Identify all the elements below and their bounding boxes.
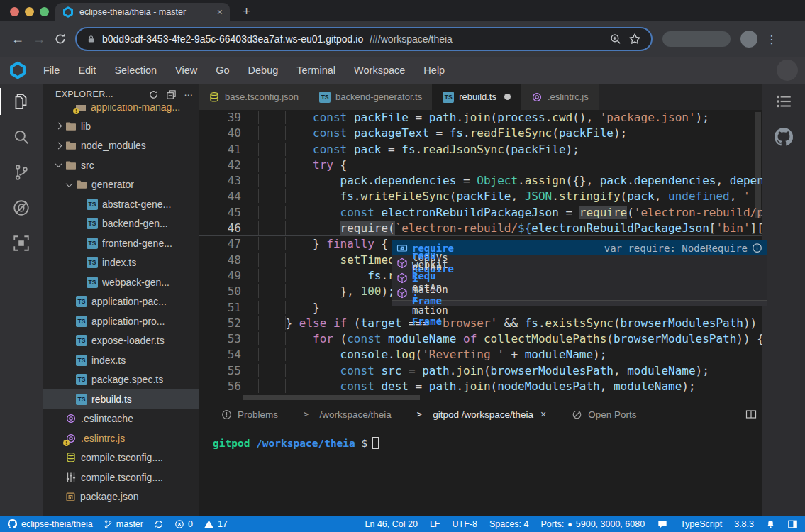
zoom-page-icon[interactable] [609, 33, 622, 45]
window-controls[interactable] [10, 7, 49, 16]
tree-item-index.ts[interactable]: TSindex.ts [43, 350, 199, 370]
panel-tab-open-ports[interactable]: Open Ports [562, 401, 646, 427]
status-utf-8[interactable]: UTF-8 [452, 519, 477, 529]
tree-item-application-pac...[interactable]: TSapplication-pac... [43, 292, 199, 312]
chevron-right-icon[interactable] [52, 123, 64, 128]
status-ports-[interactable]: Ports:●5900, 3000, 6080 [540, 519, 645, 529]
code-line-45[interactable]: 45 const electronRebuildPackageJson = re… [199, 205, 762, 221]
status-chat[interactable] [657, 519, 668, 529]
tree-item-package.json[interactable]: package.json [43, 487, 199, 507]
tree-item-compile.tsconfig....[interactable]: compile.tsconfig.... [43, 467, 199, 487]
status-bell[interactable] [766, 519, 775, 529]
tree-item-rebuild.ts[interactable]: TSrebuild.ts [43, 389, 199, 409]
right-activity-github[interactable] [762, 119, 805, 155]
tree-item-frontend-gene...[interactable]: TSfrontend-gene... [43, 233, 199, 253]
tree-item-webpack-gen...[interactable]: TSwebpack-gen... [43, 272, 199, 292]
menu-terminal[interactable]: Terminal [287, 65, 345, 76]
activity-search[interactable] [0, 119, 43, 155]
tree-item-node-modules[interactable]: node_modules [43, 136, 199, 156]
code-line-54[interactable]: 54 console.log('Reverting ' + moduleName… [199, 347, 762, 362]
dirty-indicator[interactable] [504, 94, 511, 100]
code-line-39[interactable]: 39 const packFile = path.join(process.cw… [199, 110, 762, 126]
zoom-window-button[interactable] [40, 7, 49, 16]
menu-go[interactable]: Go [206, 65, 238, 76]
panel-tab--workspace-theia[interactable]: >_/workspace/theia [294, 401, 401, 427]
code-line-40[interactable]: 40 const packageText = fs.readFileSync(p… [199, 126, 762, 141]
menu-workspace[interactable]: Workspace [345, 65, 414, 76]
activity-source-control[interactable] [0, 155, 43, 190]
editor-tab-.eslintrc.js[interactable]: .eslintrc.js [521, 84, 599, 110]
menu-view[interactable]: View [166, 65, 206, 76]
chevron-down-icon[interactable] [52, 162, 64, 167]
bookmark-star-icon[interactable] [628, 33, 641, 45]
refresh-explorer-icon[interactable] [148, 89, 159, 100]
code-line-52[interactable]: 52 } else if (target === 'browser' && fs… [199, 316, 762, 331]
back-button[interactable]: ← [7, 28, 28, 50]
tree-item-expose-loader.ts[interactable]: TSexpose-loader.ts [43, 331, 199, 351]
browser-menu-icon[interactable]: ⋮ [766, 33, 777, 46]
panel-tab-gitpod-workspace-theia[interactable]: >_gitpod /workspace/theia× [407, 401, 556, 427]
tree-item-backend-gen...[interactable]: TSbackend-gen... [43, 214, 199, 234]
horizontal-scrollbar[interactable] [243, 395, 420, 400]
tree-item-generator[interactable]: generator [43, 175, 199, 195]
activity-plugins[interactable] [0, 226, 43, 261]
tree-item-abstract-gene...[interactable]: TSabstract-gene... [43, 194, 199, 214]
explorer-more-icon[interactable]: ⋯ [184, 89, 193, 100]
status-typescript[interactable]: TypeScript [680, 519, 722, 529]
vertical-scrollbar[interactable] [755, 112, 761, 218]
tree-item-application-pro...[interactable]: TSapplication-pro... [43, 311, 199, 331]
code-line-46[interactable]: 46 require(`electron-rebuild/${electronR… [199, 221, 762, 236]
chevron-right-icon[interactable] [52, 143, 64, 148]
status-ln-46-col-20[interactable]: Ln 46, Col 20 [365, 519, 418, 529]
reload-button[interactable] [50, 28, 71, 50]
code-line-56[interactable]: 56 const dest = path.join(nodeModulesPat… [199, 379, 762, 394]
tree-item-.eslintrc.js[interactable]: !.eslintrc.js [43, 428, 199, 448]
status-panel[interactable] [787, 519, 798, 529]
tree-item-src[interactable]: src [43, 155, 199, 175]
code-line-55[interactable]: 55 const src = path.join(browserModulesP… [199, 363, 762, 379]
terminal[interactable]: gitpod /workspace/theia $ [199, 427, 762, 449]
code-line-43[interactable]: 43 pack.dependencies = Object.assign({},… [199, 173, 762, 189]
tree-item-compile.tsconfig....[interactable]: compile.tsconfig.... [43, 448, 199, 468]
tree-item-index.ts[interactable]: TSindex.ts [43, 253, 199, 273]
activity-files[interactable] [0, 84, 43, 119]
close-tab-icon[interactable]: × [217, 6, 223, 18]
status-sync[interactable] [154, 519, 164, 529]
close-window-button[interactable] [10, 7, 19, 16]
editor-tab-backend-generator.ts[interactable]: TSbackend-generator.ts [309, 84, 433, 110]
new-tab-button[interactable]: + [243, 3, 250, 20]
editor-tab-rebuild.ts[interactable]: TSrebuild.ts [433, 84, 521, 110]
right-activity-outline[interactable] [762, 84, 805, 119]
status-master[interactable]: master [104, 519, 143, 529]
menu-file[interactable]: File [34, 65, 69, 76]
browser-avatar[interactable] [740, 31, 757, 48]
tree-item-package.spec.ts[interactable]: TSpackage.spec.ts [43, 370, 199, 390]
chevron-down-icon[interactable] [63, 182, 74, 187]
code-line-44[interactable]: 44 fs.writeFileSync(packFile, JSON.strin… [199, 189, 762, 204]
status-eclipse-theia-theia[interactable]: eclipse-theia/theia [7, 519, 93, 529]
status-0[interactable]: 0 [174, 519, 193, 529]
forward-button[interactable]: → [28, 28, 50, 50]
status-spaces-4[interactable]: Spaces: 4 [489, 519, 529, 529]
tree-item-.eslintcache[interactable]: .eslintcache [43, 409, 199, 429]
menu-debug[interactable]: Debug [239, 65, 288, 76]
address-bar[interactable]: b0dd9cdf-3453-4fe2-9a5c-66403d3ea7af.ws-… [75, 27, 653, 51]
editor-tab-base.tsconfig.json[interactable]: base.tsconfig.json [199, 84, 309, 110]
code-line-42[interactable]: 42 try { [199, 157, 762, 173]
status-3-8-3[interactable]: 3.8.3 [734, 519, 754, 529]
status-17[interactable]: 17 [204, 519, 228, 529]
menu-selection[interactable]: Selection [105, 65, 166, 76]
browser-tab[interactable]: eclipse-theia/theia - master × [55, 3, 230, 21]
status-lf[interactable]: LF [430, 519, 440, 529]
collapse-all-icon[interactable] [166, 89, 177, 100]
tree-item-lib[interactable]: lib [43, 116, 199, 136]
tree-item-partial[interactable]: !application-manag... [43, 105, 199, 116]
activity-debug[interactable] [0, 190, 43, 226]
split-panel-icon[interactable] [745, 409, 757, 420]
menu-help[interactable]: Help [414, 65, 454, 76]
code-line-53[interactable]: 53 for (const moduleName of collectModul… [199, 331, 762, 347]
panel-tab-problems[interactable]: Problems [211, 401, 288, 427]
menu-edit[interactable]: Edit [69, 65, 105, 76]
minimize-window-button[interactable] [25, 7, 34, 16]
close-icon[interactable]: × [540, 409, 546, 420]
